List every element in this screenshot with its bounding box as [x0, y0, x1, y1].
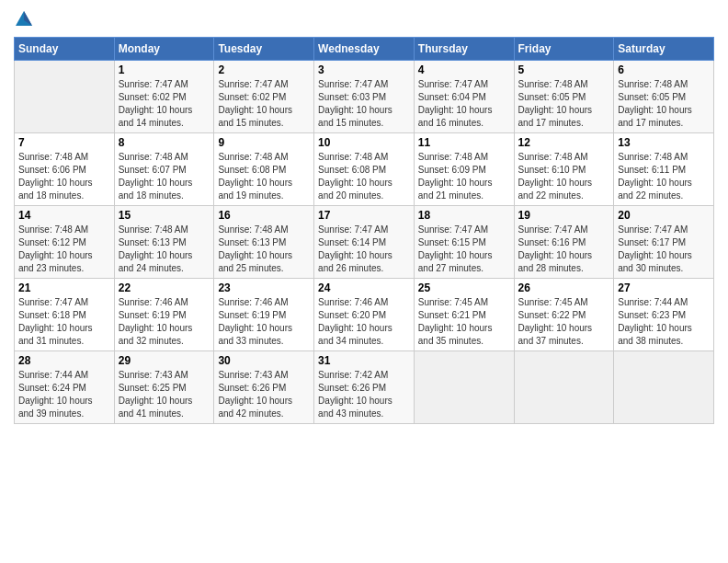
day-info: Sunrise: 7:45 AMSunset: 6:21 PMDaylight:… [418, 296, 510, 348]
calendar-day-cell: 25Sunrise: 7:45 AMSunset: 6:21 PMDayligh… [414, 279, 514, 351]
day-info: Sunrise: 7:46 AMSunset: 6:19 PMDaylight:… [119, 296, 210, 348]
day-number: 30 [218, 354, 310, 367]
calendar-day-cell: 21Sunrise: 7:47 AMSunset: 6:18 PMDayligh… [15, 279, 115, 351]
day-number: 28 [18, 354, 110, 367]
day-info: Sunrise: 7:46 AMSunset: 6:20 PMDaylight:… [318, 296, 410, 348]
calendar-header-cell: Saturday [614, 38, 714, 61]
day-number: 3 [318, 63, 410, 76]
calendar-day-cell: 10Sunrise: 7:48 AMSunset: 6:08 PMDayligh… [314, 133, 415, 206]
calendar-week-row: 21Sunrise: 7:47 AMSunset: 6:18 PMDayligh… [15, 279, 714, 351]
day-number: 29 [119, 354, 210, 367]
calendar-day-cell: 14Sunrise: 7:48 AMSunset: 6:12 PMDayligh… [15, 206, 115, 279]
day-number: 11 [418, 136, 510, 149]
calendar-day-cell: 18Sunrise: 7:47 AMSunset: 6:15 PMDayligh… [414, 206, 514, 279]
day-info: Sunrise: 7:44 AMSunset: 6:23 PMDaylight:… [618, 296, 710, 348]
calendar-header-cell: Friday [514, 38, 614, 61]
calendar-week-row: 1Sunrise: 7:47 AMSunset: 6:02 PMDaylight… [15, 61, 714, 133]
calendar-day-cell [614, 351, 714, 424]
calendar-day-cell: 17Sunrise: 7:47 AMSunset: 6:14 PMDayligh… [314, 206, 415, 279]
calendar-day-cell: 13Sunrise: 7:48 AMSunset: 6:11 PMDayligh… [614, 133, 714, 206]
day-number: 2 [218, 63, 310, 76]
calendar-day-cell: 20Sunrise: 7:47 AMSunset: 6:17 PMDayligh… [614, 206, 714, 279]
calendar-day-cell: 12Sunrise: 7:48 AMSunset: 6:10 PMDayligh… [514, 133, 614, 206]
day-number: 17 [318, 209, 410, 222]
calendar-day-cell: 19Sunrise: 7:47 AMSunset: 6:16 PMDayligh… [514, 206, 614, 279]
calendar-day-cell [15, 61, 115, 133]
calendar-day-cell: 22Sunrise: 7:46 AMSunset: 6:19 PMDayligh… [114, 279, 214, 351]
day-info: Sunrise: 7:47 AMSunset: 6:04 PMDaylight:… [418, 78, 510, 130]
calendar-day-cell: 6Sunrise: 7:48 AMSunset: 6:05 PMDaylight… [614, 61, 714, 133]
day-info: Sunrise: 7:45 AMSunset: 6:22 PMDaylight:… [518, 296, 610, 348]
calendar-day-cell: 24Sunrise: 7:46 AMSunset: 6:20 PMDayligh… [314, 279, 415, 351]
day-number: 5 [518, 63, 610, 76]
day-number: 21 [18, 282, 110, 294]
header [14, 9, 714, 29]
day-info: Sunrise: 7:47 AMSunset: 6:17 PMDaylight:… [618, 224, 710, 275]
day-number: 31 [318, 354, 410, 367]
day-info: Sunrise: 7:47 AMSunset: 6:14 PMDaylight:… [318, 224, 410, 275]
calendar-week-row: 14Sunrise: 7:48 AMSunset: 6:12 PMDayligh… [15, 206, 714, 279]
day-number: 14 [18, 209, 110, 222]
calendar-day-cell: 9Sunrise: 7:48 AMSunset: 6:08 PMDaylight… [214, 133, 314, 206]
day-info: Sunrise: 7:48 AMSunset: 6:09 PMDaylight:… [418, 151, 510, 202]
calendar-day-cell: 28Sunrise: 7:44 AMSunset: 6:24 PMDayligh… [15, 351, 115, 424]
calendar-week-row: 7Sunrise: 7:48 AMSunset: 6:06 PMDaylight… [15, 133, 714, 206]
day-info: Sunrise: 7:48 AMSunset: 6:12 PMDaylight:… [18, 224, 110, 275]
day-info: Sunrise: 7:48 AMSunset: 6:08 PMDaylight:… [318, 151, 410, 202]
day-info: Sunrise: 7:43 AMSunset: 6:25 PMDaylight:… [119, 369, 210, 420]
calendar-day-cell: 16Sunrise: 7:48 AMSunset: 6:13 PMDayligh… [214, 206, 314, 279]
day-info: Sunrise: 7:48 AMSunset: 6:08 PMDaylight:… [218, 151, 310, 202]
day-number: 1 [119, 63, 210, 76]
calendar-day-cell [414, 351, 514, 424]
day-info: Sunrise: 7:48 AMSunset: 6:05 PMDaylight:… [618, 78, 710, 130]
day-number: 25 [418, 282, 510, 294]
calendar-day-cell: 26Sunrise: 7:45 AMSunset: 6:22 PMDayligh… [514, 279, 614, 351]
logo [14, 9, 38, 29]
calendar-day-cell: 4Sunrise: 7:47 AMSunset: 6:04 PMDaylight… [414, 61, 514, 133]
day-info: Sunrise: 7:47 AMSunset: 6:02 PMDaylight:… [119, 78, 210, 130]
page-container: SundayMondayTuesdayWednesdayThursdayFrid… [0, 0, 728, 433]
calendar-header-cell: Sunday [15, 38, 115, 61]
calendar-day-cell: 2Sunrise: 7:47 AMSunset: 6:02 PMDaylight… [214, 61, 314, 133]
day-info: Sunrise: 7:44 AMSunset: 6:24 PMDaylight:… [18, 369, 110, 420]
day-number: 26 [518, 282, 610, 294]
day-number: 22 [119, 282, 210, 294]
calendar-header-cell: Wednesday [314, 38, 415, 61]
calendar-day-cell: 29Sunrise: 7:43 AMSunset: 6:25 PMDayligh… [114, 351, 214, 424]
day-info: Sunrise: 7:47 AMSunset: 6:15 PMDaylight:… [418, 224, 510, 275]
day-info: Sunrise: 7:42 AMSunset: 6:26 PMDaylight:… [318, 369, 410, 420]
calendar-table: SundayMondayTuesdayWednesdayThursdayFrid… [14, 37, 714, 424]
day-number: 18 [418, 209, 510, 222]
day-number: 24 [318, 282, 410, 294]
day-number: 20 [618, 209, 710, 222]
calendar-header-cell: Monday [114, 38, 214, 61]
day-info: Sunrise: 7:48 AMSunset: 6:13 PMDaylight:… [218, 224, 310, 275]
day-info: Sunrise: 7:47 AMSunset: 6:02 PMDaylight:… [218, 78, 310, 130]
calendar-header-cell: Tuesday [214, 38, 314, 61]
day-number: 27 [618, 282, 710, 294]
day-number: 9 [218, 136, 310, 149]
calendar-day-cell: 30Sunrise: 7:43 AMSunset: 6:26 PMDayligh… [214, 351, 314, 424]
day-number: 10 [318, 136, 410, 149]
calendar-day-cell: 27Sunrise: 7:44 AMSunset: 6:23 PMDayligh… [614, 279, 714, 351]
day-info: Sunrise: 7:48 AMSunset: 6:11 PMDaylight:… [618, 151, 710, 202]
calendar-day-cell: 7Sunrise: 7:48 AMSunset: 6:06 PMDaylight… [15, 133, 115, 206]
day-number: 8 [119, 136, 210, 149]
calendar-day-cell: 5Sunrise: 7:48 AMSunset: 6:05 PMDaylight… [514, 61, 614, 133]
calendar-header-row: SundayMondayTuesdayWednesdayThursdayFrid… [15, 38, 714, 61]
calendar-day-cell: 8Sunrise: 7:48 AMSunset: 6:07 PMDaylight… [114, 133, 214, 206]
calendar-header-cell: Thursday [414, 38, 514, 61]
day-number: 4 [418, 63, 510, 76]
calendar-day-cell: 3Sunrise: 7:47 AMSunset: 6:03 PMDaylight… [314, 61, 415, 133]
day-info: Sunrise: 7:48 AMSunset: 6:13 PMDaylight:… [119, 224, 210, 275]
logo-icon [14, 9, 34, 29]
calendar-week-row: 28Sunrise: 7:44 AMSunset: 6:24 PMDayligh… [15, 351, 714, 424]
day-number: 12 [518, 136, 610, 149]
calendar-day-cell [514, 351, 614, 424]
day-info: Sunrise: 7:47 AMSunset: 6:18 PMDaylight:… [18, 296, 110, 348]
day-number: 16 [218, 209, 310, 222]
day-info: Sunrise: 7:46 AMSunset: 6:19 PMDaylight:… [218, 296, 310, 348]
day-info: Sunrise: 7:48 AMSunset: 6:10 PMDaylight:… [518, 151, 610, 202]
day-number: 13 [618, 136, 710, 149]
calendar-body: 1Sunrise: 7:47 AMSunset: 6:02 PMDaylight… [15, 61, 714, 424]
